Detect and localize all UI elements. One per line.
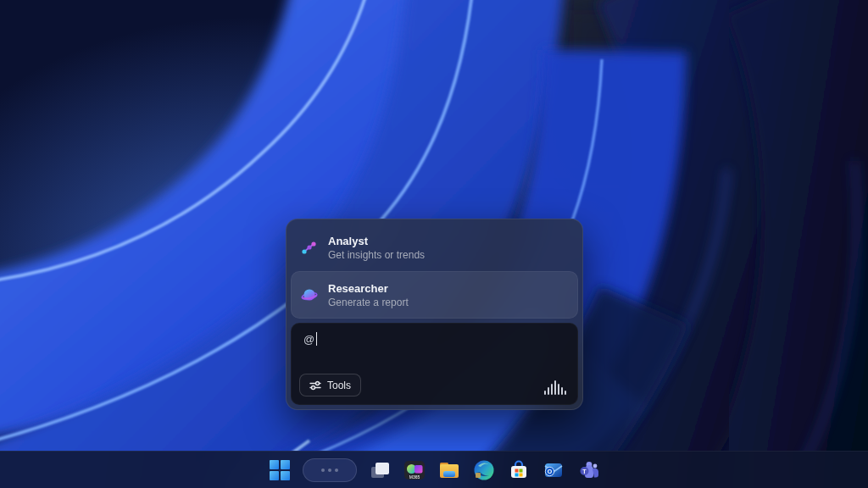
microsoft-365-icon: M365	[403, 459, 426, 481]
tools-button-label: Tools	[327, 380, 351, 391]
agent-option-researcher[interactable]: Researcher Generate a report	[291, 271, 578, 319]
m365-badge-label: M365	[409, 474, 420, 479]
outlook-badge-label: O	[548, 469, 553, 474]
task-view-icon	[369, 459, 391, 481]
edge-button[interactable]	[472, 458, 496, 482]
search-pill-glyph	[335, 469, 338, 472]
file-explorer-button[interactable]	[437, 458, 461, 482]
microsoft-365-button[interactable]: M365	[403, 458, 426, 482]
search-pill-glyph	[328, 469, 331, 472]
composer-text: @	[303, 333, 314, 346]
teams-icon: T	[577, 459, 599, 481]
start-button[interactable]	[268, 458, 292, 482]
agent-description: Get insights or trends	[328, 248, 425, 262]
edge-icon	[473, 459, 495, 481]
microsoft-store-icon	[508, 459, 530, 481]
outlook-icon: O	[542, 459, 565, 481]
search-pill-glyph	[321, 469, 325, 472]
tools-button[interactable]: Tools	[299, 374, 361, 396]
sliders-icon	[309, 380, 321, 391]
text-caret	[316, 332, 317, 346]
voice-waveform-icon[interactable]	[544, 380, 566, 395]
microsoft-store-button[interactable]	[507, 458, 531, 482]
trend-scatter-icon	[301, 239, 318, 256]
search-pill[interactable]	[303, 458, 357, 482]
agent-option-analyst[interactable]: Analyst Get insights or trends	[291, 224, 578, 271]
agent-name: Analyst	[328, 234, 425, 248]
start-icon	[269, 459, 291, 481]
taskbar: M365	[0, 451, 868, 488]
task-view-button[interactable]	[368, 458, 392, 482]
outlook-button[interactable]: O	[542, 458, 565, 482]
agent-name: Researcher	[328, 281, 409, 296]
agent-description: Generate a report	[328, 296, 409, 309]
copilot-popup: Analyst Get insights or trends Researche…	[286, 219, 583, 410]
composer-input[interactable]: @ Tools	[291, 323, 578, 405]
file-explorer-icon	[438, 459, 460, 481]
teams-button[interactable]: T	[576, 458, 600, 482]
planet-icon	[301, 286, 318, 303]
teams-badge-label: T	[582, 468, 587, 474]
